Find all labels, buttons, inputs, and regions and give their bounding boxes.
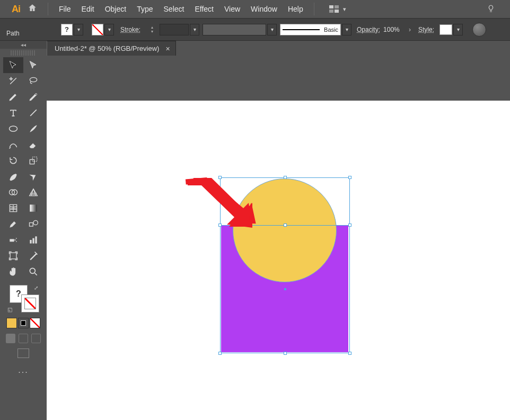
stroke-swatch-dropdown[interactable]: ▾ xyxy=(87,24,114,35)
zoom-tool[interactable] xyxy=(23,264,43,280)
svg-point-16 xyxy=(30,268,35,273)
paintbrush-tool[interactable] xyxy=(23,121,43,137)
column-graph-tool[interactable] xyxy=(23,232,43,248)
curvature-tool[interactable] xyxy=(23,89,43,105)
menu-select[interactable]: Select xyxy=(159,0,190,18)
screen-mode-button[interactable] xyxy=(17,348,29,358)
shaper-tool[interactable] xyxy=(3,137,23,153)
graphic-style-swatch[interactable] xyxy=(439,24,452,35)
svg-point-1 xyxy=(35,93,37,95)
home-icon[interactable] xyxy=(28,3,37,15)
chevron-down-icon[interactable]: ▾ xyxy=(267,24,277,35)
panel-grip[interactable] xyxy=(11,50,36,56)
menu-help[interactable]: Help xyxy=(283,0,309,18)
artboard[interactable] xyxy=(47,101,510,420)
svg-rect-9 xyxy=(30,223,33,227)
separator xyxy=(314,3,314,15)
menu-view[interactable]: View xyxy=(219,0,245,18)
chevron-down-icon[interactable]: ▾ xyxy=(74,24,83,35)
menu-file[interactable]: File xyxy=(54,0,76,18)
workspace-grid-icon xyxy=(329,5,339,13)
hand-tool[interactable] xyxy=(3,264,23,280)
tools-panel: ◂◂ ? ⤢ ◱ xyxy=(0,41,47,420)
resize-handle[interactable] xyxy=(348,352,351,355)
artboard-tool[interactable] xyxy=(3,248,23,264)
color-mode-row xyxy=(0,318,47,328)
fill-stroke-indicator[interactable]: ? ⤢ ◱ xyxy=(7,285,39,312)
brush-basic-label: Basic xyxy=(324,26,338,33)
symbol-sprayer-tool[interactable] xyxy=(3,232,23,248)
fill-swatch-dropdown[interactable]: ? ▾ xyxy=(57,24,83,35)
recolor-artwork-button[interactable] xyxy=(472,23,486,37)
chevron-down-icon[interactable]: ▾ xyxy=(104,24,114,35)
color-fill-swatch[interactable] xyxy=(6,318,17,328)
scale-tool[interactable] xyxy=(23,153,43,168)
none-fill-swatch[interactable] xyxy=(30,318,40,328)
menu-effect[interactable]: Effect xyxy=(189,0,219,18)
magic-wand-tool[interactable] xyxy=(3,73,23,89)
free-transform-tool[interactable] xyxy=(23,168,43,184)
shape-builder-tool[interactable] xyxy=(3,184,23,200)
menu-type[interactable]: Type xyxy=(131,0,158,18)
perspective-grid-tool[interactable] xyxy=(23,184,43,200)
chevron-down-icon[interactable]: ▾ xyxy=(342,24,351,35)
gradient-fill-swatch[interactable] xyxy=(18,318,29,328)
collapse-toggle[interactable]: ◂◂ xyxy=(0,41,47,49)
svg-rect-14 xyxy=(35,236,37,243)
menu-object[interactable]: Object xyxy=(100,0,131,18)
style-label[interactable]: Style: xyxy=(418,26,434,33)
eraser-tool[interactable] xyxy=(23,137,43,153)
blend-tool[interactable] xyxy=(23,216,43,232)
search-help-icon[interactable] xyxy=(487,4,495,15)
eyedropper-tool[interactable] xyxy=(3,216,23,232)
document-tab[interactable]: Untitled-2* @ 50% (RGB/Preview) × xyxy=(47,41,176,56)
default-fill-stroke-icon[interactable]: ◱ xyxy=(7,307,12,312)
resize-handle[interactable] xyxy=(348,176,351,179)
stroke-swatch-none[interactable] xyxy=(92,24,103,35)
opacity-input[interactable] xyxy=(383,25,405,34)
app-logo: Ai xyxy=(12,4,20,15)
edit-toolbar-button[interactable]: ... xyxy=(0,365,47,375)
stroke-weight-stepper[interactable]: ▴▾ xyxy=(147,23,157,37)
stroke-indicator[interactable] xyxy=(21,294,39,312)
separator xyxy=(48,3,48,15)
gradient-tool[interactable] xyxy=(23,200,43,216)
draw-normal-icon[interactable] xyxy=(6,334,15,343)
direct-selection-tool[interactable] xyxy=(23,57,43,73)
workspace-switcher[interactable]: ▾ xyxy=(329,5,346,13)
opacity-label[interactable]: Opacity: xyxy=(357,26,380,33)
pen-tool[interactable] xyxy=(3,89,23,105)
brush-basic[interactable]: Basic xyxy=(280,24,341,35)
chevron-down-icon[interactable]: ▾ xyxy=(453,24,463,35)
stroke-profile-dropdown[interactable] xyxy=(160,24,189,35)
chevron-down-icon[interactable]: ▾ xyxy=(190,24,199,35)
line-segment-tool[interactable] xyxy=(23,105,43,121)
mesh-tool[interactable] xyxy=(3,200,23,216)
draw-inside-icon[interactable] xyxy=(31,334,41,343)
rotate-tool[interactable] xyxy=(3,153,23,168)
document-stage xyxy=(47,56,510,420)
close-icon[interactable]: × xyxy=(165,44,170,53)
type-tool[interactable] xyxy=(3,105,23,121)
menu-edit[interactable]: Edit xyxy=(76,0,100,18)
opacity-flyout-icon[interactable]: › xyxy=(409,26,411,33)
fill-swatch[interactable]: ? xyxy=(61,24,73,35)
width-tool[interactable] xyxy=(3,168,23,184)
brush-definition-dropdown[interactable] xyxy=(203,24,266,35)
draw-behind-icon[interactable] xyxy=(19,334,28,343)
slice-tool[interactable] xyxy=(23,248,43,264)
swap-fill-stroke-icon[interactable]: ⤢ xyxy=(34,285,38,291)
ellipse-tool[interactable] xyxy=(3,121,23,137)
menu-window[interactable]: Window xyxy=(245,0,283,18)
resize-handle[interactable] xyxy=(348,224,351,227)
lasso-tool[interactable] xyxy=(23,73,43,89)
brush-stroke-preview xyxy=(283,29,320,30)
document-tabs: Untitled-2* @ 50% (RGB/Preview) × xyxy=(47,41,510,56)
svg-rect-12 xyxy=(30,240,31,244)
selection-type-label: Path xyxy=(6,30,20,37)
annotation-arrow-icon xyxy=(183,176,252,229)
stroke-label[interactable]: Stroke: xyxy=(120,26,140,33)
svg-rect-15 xyxy=(10,253,16,259)
svg-rect-3 xyxy=(30,159,34,164)
selection-tool[interactable] xyxy=(3,57,23,73)
